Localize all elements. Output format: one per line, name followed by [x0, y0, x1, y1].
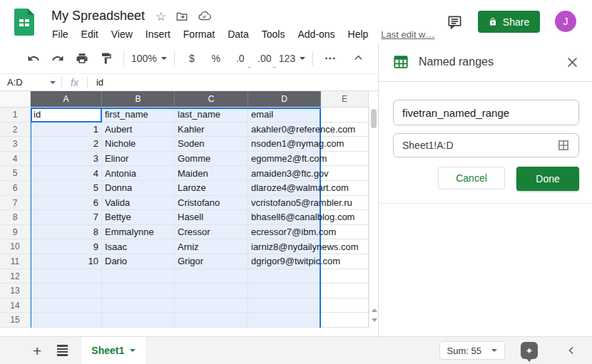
sheets-logo-icon[interactable]: [14, 9, 34, 38]
row-header-7[interactable]: 7: [0, 196, 31, 211]
cell-C3[interactable]: Soden: [175, 137, 248, 152]
cell-C13[interactable]: [175, 284, 248, 298]
cell-C12[interactable]: [175, 269, 248, 284]
cell-D9[interactable]: ecressor7@ibm.com: [248, 225, 321, 240]
redo-button[interactable]: [48, 48, 68, 68]
scroll-up-icon[interactable]: [372, 308, 377, 312]
cell-A9[interactable]: 8: [31, 225, 102, 240]
column-header-B[interactable]: B: [102, 91, 175, 108]
cell-C9[interactable]: Cressor: [175, 225, 248, 240]
formula-input[interactable]: id: [88, 77, 103, 88]
select-data-range-icon[interactable]: [557, 139, 570, 152]
undo-button[interactable]: [24, 48, 44, 68]
cell-B15[interactable]: [102, 313, 175, 328]
menu-edit[interactable]: Edit: [75, 28, 105, 40]
cell-C6[interactable]: Laroze: [175, 181, 248, 196]
cell-C15[interactable]: [175, 313, 248, 328]
number-format-select[interactable]: 123: [279, 48, 305, 68]
scroll-down-icon[interactable]: [372, 318, 377, 322]
sum-dropdown[interactable]: Sum: 55: [439, 341, 505, 360]
cell-C8[interactable]: Hasell: [175, 210, 248, 225]
cell-A14[interactable]: [31, 298, 102, 313]
collapse-panel-icon[interactable]: [566, 345, 576, 355]
cell-D13[interactable]: [248, 284, 321, 298]
row-header-13[interactable]: 13: [0, 284, 31, 298]
cell-A10[interactable]: 9: [31, 239, 102, 254]
sheet-tab[interactable]: Sheet1: [81, 337, 146, 364]
cell-E13[interactable]: [321, 284, 369, 298]
cancel-button[interactable]: Cancel: [438, 167, 505, 189]
vertical-scrollbar-thumb[interactable]: [371, 109, 377, 128]
last-edit-link[interactable]: Last edit w…: [381, 29, 434, 40]
cell-D15[interactable]: [248, 313, 321, 328]
cell-D11[interactable]: dgrigor9@twitpic.com: [248, 254, 321, 269]
column-header-D[interactable]: D: [248, 91, 321, 108]
paint-format-button[interactable]: [96, 48, 116, 68]
menu-help[interactable]: Help: [342, 28, 375, 40]
row-header-8[interactable]: 8: [0, 210, 31, 225]
range-name-input[interactable]: fivetran_named_range: [393, 100, 579, 125]
avatar[interactable]: J: [555, 11, 576, 32]
cell-B10[interactable]: Isaac: [102, 239, 175, 254]
cell-B4[interactable]: Elinor: [102, 152, 175, 167]
star-icon[interactable]: ☆: [155, 11, 166, 23]
cell-A2[interactable]: 1: [31, 123, 102, 137]
column-header-E[interactable]: E: [321, 91, 369, 108]
row-header-14[interactable]: 14: [0, 298, 31, 313]
cell-C5[interactable]: Maiden: [175, 166, 248, 181]
cell-A4[interactable]: 3: [31, 152, 102, 167]
menu-insert[interactable]: Insert: [139, 28, 177, 40]
increase-decimal-button[interactable]: .00 →: [255, 48, 275, 68]
close-icon[interactable]: [567, 57, 578, 68]
row-header-1[interactable]: 1: [0, 108, 31, 123]
cell-D14[interactable]: [248, 298, 321, 313]
cell-D3[interactable]: nsoden1@nymag.com: [248, 137, 321, 152]
row-header-9[interactable]: 9: [0, 225, 31, 240]
cell-A12[interactable]: [31, 269, 102, 284]
cell-D12[interactable]: [248, 269, 321, 284]
done-button[interactable]: Done: [516, 167, 579, 191]
column-header-A[interactable]: A: [31, 91, 102, 108]
share-button[interactable]: Share: [478, 11, 540, 33]
cell-A11[interactable]: 10: [31, 254, 102, 269]
more-toolbar-button[interactable]: ⋯: [320, 48, 340, 68]
cell-D7[interactable]: vcristofano5@rambler.ru: [248, 196, 321, 211]
cell-B9[interactable]: Emmalynne: [102, 225, 175, 240]
cell-A3[interactable]: 2: [31, 137, 102, 152]
cell-D5[interactable]: amaiden3@ftc.gov: [248, 166, 321, 181]
cell-B13[interactable]: [102, 284, 175, 298]
cell-A5[interactable]: 4: [31, 166, 102, 181]
vertical-scrollbar[interactable]: [369, 108, 378, 328]
cell-B5[interactable]: Antonia: [102, 166, 175, 181]
cell-A13[interactable]: [31, 284, 102, 298]
column-header-C[interactable]: C: [175, 91, 248, 108]
menu-addons[interactable]: Add-ons: [291, 28, 341, 40]
cell-A15[interactable]: [31, 313, 102, 328]
format-percent-button[interactable]: %: [206, 48, 226, 68]
name-box[interactable]: A:D: [0, 77, 61, 88]
cell-A1[interactable]: id: [31, 108, 102, 123]
cell-D2[interactable]: akahler0@reference.com: [248, 123, 321, 137]
comment-history-icon[interactable]: [446, 14, 463, 33]
cell-B6[interactable]: Donna: [102, 181, 175, 196]
cell-A6[interactable]: 5: [31, 181, 102, 196]
print-button[interactable]: [72, 48, 92, 68]
cell-D1[interactable]: email: [248, 108, 321, 123]
cell-C11[interactable]: Grigor: [175, 254, 248, 269]
cloud-status-icon[interactable]: [198, 10, 211, 23]
row-header-2[interactable]: 2: [0, 123, 31, 137]
cell-B8[interactable]: Bettye: [102, 210, 175, 225]
cell-D10[interactable]: iarniz8@nydailynews.com: [248, 239, 321, 254]
menu-file[interactable]: File: [46, 28, 75, 40]
menu-view[interactable]: View: [105, 28, 139, 40]
cell-C1[interactable]: last_name: [175, 108, 248, 123]
row-header-6[interactable]: 6: [0, 181, 31, 196]
document-title[interactable]: My Spreadsheet: [51, 9, 145, 24]
cell-B1[interactable]: first_name: [102, 108, 175, 123]
menu-data[interactable]: Data: [221, 28, 255, 40]
cell-B12[interactable]: [102, 269, 175, 284]
cell-D8[interactable]: bhasell6@canalblog.com: [248, 210, 321, 225]
cell-C7[interactable]: Cristofano: [175, 196, 248, 211]
range-reference-input[interactable]: Sheet1!A:D: [393, 133, 579, 157]
menu-tools[interactable]: Tools: [255, 28, 292, 40]
